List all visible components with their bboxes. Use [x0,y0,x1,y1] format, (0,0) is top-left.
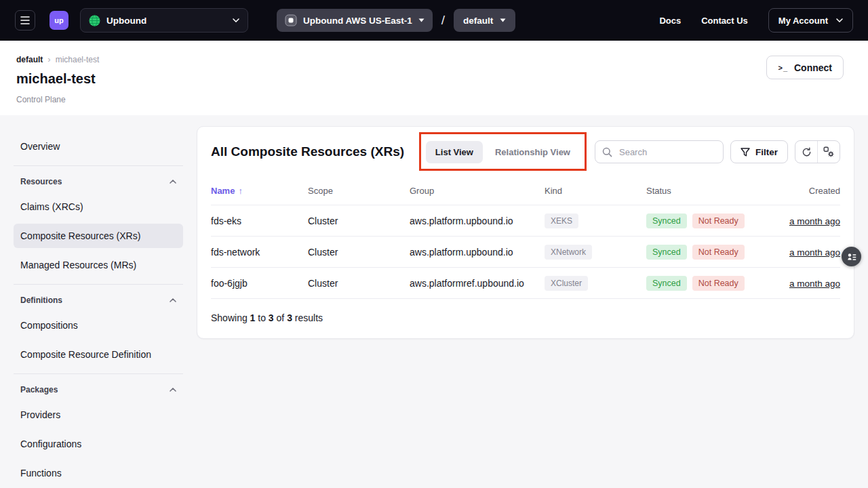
floating-widget-button[interactable] [842,247,861,266]
docs-link[interactable]: Docs [659,16,681,26]
top-navbar: up Upbound Upbound AWS US-East-1 / defau [0,0,868,41]
search-box [595,140,724,163]
cell-created: a month ago [785,247,840,258]
section-title: Definitions [20,296,62,305]
control-plane-dropdown-label: Upbound AWS US-East-1 [303,16,412,26]
sidebar-item-providers[interactable]: Providers [14,403,183,427]
page-header: default › michael-test michael-test Cont… [0,41,868,115]
sidebar-section-packages[interactable]: Packages [14,384,183,403]
summary-text: results [295,312,323,323]
page-subtitle: Control Plane [16,95,852,104]
sidebar: Overview Resources Claims (XRCs) Composi… [14,126,183,488]
cell-status: Synced Not Ready [646,214,785,228]
cell-created: a month ago [785,278,840,289]
column-header-name[interactable]: Name ↑ [211,186,308,196]
breadcrumb: default › michael-test [16,54,852,64]
cell-group: aws.platform.upbound.io [410,216,545,226]
path-separator: / [441,13,445,28]
tab-list-view[interactable]: List View [426,141,483,163]
created-link[interactable]: a month ago [789,216,840,226]
table-actions [795,140,840,163]
results-summary: Showing 1 to 3 of 3 results [197,299,854,338]
sort-asc-icon: ↑ [238,186,243,196]
navbar-right-group: Docs Contact Us My Account [659,8,853,33]
sidebar-item-composite-resource-definition[interactable]: Composite Resource Definition [14,342,183,367]
kind-badge: XNetwork [545,245,592,260]
upbound-logo[interactable]: up [50,11,68,30]
chevron-up-icon [170,298,176,302]
sidebar-item-composite-resources[interactable]: Composite Resources (XRs) [14,224,183,248]
chevron-down-icon [418,18,425,22]
status-badge-not-ready: Not Ready [692,245,745,260]
table-row[interactable]: fds-network Cluster aws.platform.upbound… [211,237,840,268]
column-header-group: Group [410,186,545,196]
contact-us-link[interactable]: Contact Us [701,16,748,26]
cell-kind: XCluster [545,276,646,291]
sidebar-divider [14,373,183,374]
sidebar-item-claims[interactable]: Claims (XRCs) [14,195,183,219]
org-dropdown[interactable]: Upbound [80,8,248,33]
search-input[interactable] [618,146,716,158]
sidebar-item-overview[interactable]: Overview [14,134,183,159]
card-header: All Composite Resources (XRs) List View … [197,127,854,177]
person-lines-icon [847,252,856,262]
cell-name: foo-6jgjb [211,278,308,289]
connect-button[interactable]: >_ Connect [766,56,844,79]
cell-group: aws.platform.upbound.io [410,247,545,258]
summary-from: 1 [250,312,256,323]
globe-icon [89,15,100,26]
table-row[interactable]: fds-eks Cluster aws.platform.upbound.io … [211,205,840,237]
chevron-up-icon [170,180,176,184]
my-account-button[interactable]: My Account [768,8,853,33]
column-header-name-label: Name [211,186,235,196]
org-dropdown-label: Upbound [106,16,146,26]
column-header-status: Status [646,186,785,196]
cell-scope: Cluster [308,216,410,226]
control-plane-dropdown[interactable]: Upbound AWS US-East-1 [277,9,433,32]
sidebar-section-definitions[interactable]: Definitions [14,294,183,313]
sidebar-divider [14,165,183,166]
filter-icon [741,148,750,157]
control-plane-icon [285,14,297,26]
chevron-down-icon [233,18,239,22]
cell-kind: XEKS [545,214,646,228]
widgets-icon [823,146,834,157]
sidebar-item-managed-resources[interactable]: Managed Resources (MRs) [14,253,183,277]
refresh-button[interactable] [795,141,817,163]
cell-name: fds-network [211,247,308,258]
chevron-down-icon [500,18,506,22]
resources-card: All Composite Resources (XRs) List View … [197,126,854,339]
content-area: Overview Resources Claims (XRCs) Composi… [0,115,868,488]
sidebar-item-compositions[interactable]: Compositions [14,313,183,338]
section-title: Packages [20,385,58,394]
filter-button-label: Filter [755,147,778,157]
summary-text: to [258,312,266,323]
sidebar-item-functions[interactable]: Functions [14,461,183,485]
created-link[interactable]: a month ago [789,279,840,289]
created-link[interactable]: a month ago [789,247,840,258]
status-badge-synced: Synced [646,276,687,291]
cell-scope: Cluster [308,278,410,289]
table-row[interactable]: foo-6jgjb Cluster aws.platformref.upboun… [211,268,840,299]
column-header-created: Created [785,186,840,196]
section-title: Resources [20,177,62,186]
group-dropdown-label: default [463,16,493,26]
kind-badge: XEKS [545,214,578,228]
sidebar-section-resources[interactable]: Resources [14,176,183,195]
connect-button-label: Connect [794,62,832,73]
filter-button[interactable]: Filter [730,140,788,163]
page-title: michael-test [16,71,852,87]
widgets-button[interactable] [818,141,840,163]
hamburger-menu-button[interactable] [15,10,35,30]
summary-text: of [277,312,285,323]
summary-text: Showing [211,312,248,323]
tab-relationship-view[interactable]: Relationship View [486,141,580,163]
breadcrumb-root[interactable]: default [16,55,43,64]
group-dropdown[interactable]: default [454,9,515,32]
status-badge-synced: Synced [646,214,687,228]
chevron-up-icon [170,388,176,392]
sidebar-item-configurations[interactable]: Configurations [14,432,183,456]
terminal-icon: >_ [778,64,788,72]
cell-group: aws.platformref.upbound.io [410,278,545,289]
resources-table: Name ↑ Scope Group Kind Status Created f… [197,177,854,299]
